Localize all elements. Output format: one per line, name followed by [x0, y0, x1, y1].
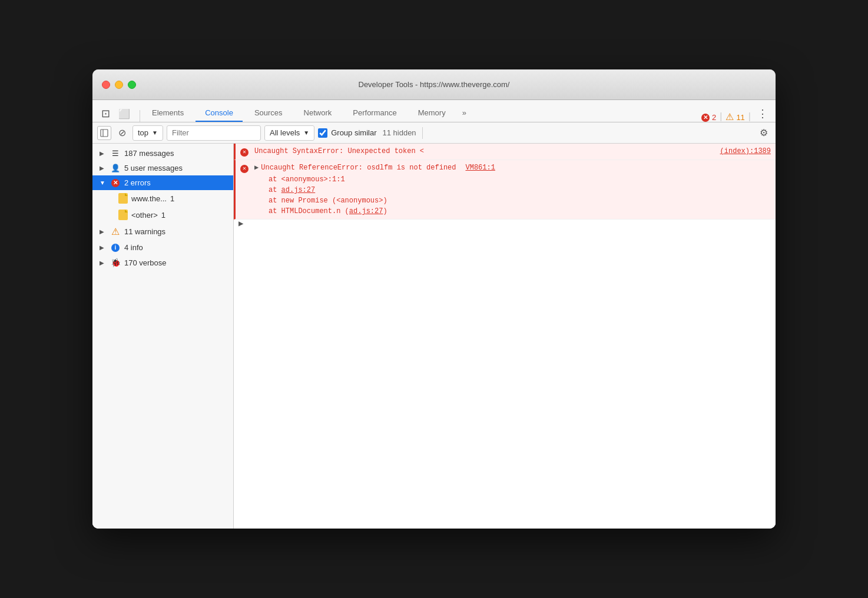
close-button[interactable] — [102, 81, 110, 89]
inspector-icon[interactable]: ⊡ — [97, 105, 114, 122]
sidebar-sub-item-other[interactable]: <other> 1 — [92, 207, 233, 223]
badge-divider2: | — [748, 111, 751, 122]
arrow-icon: ▶ — [100, 244, 107, 251]
title-bar: Developer Tools - https://www.theverge.c… — [92, 69, 776, 100]
user-icon: 👤 — [110, 164, 121, 172]
device-toolbar-icon[interactable]: ⬜ — [116, 105, 132, 122]
arrow-icon: ▶ — [100, 150, 107, 157]
group-similar-checkbox[interactable] — [318, 128, 327, 138]
error-icon: ✕ — [240, 165, 249, 173]
error-text: Uncaught ReferenceError: osdlfm is not d… — [261, 162, 456, 173]
tabs-container: Elements Console Sources Network Perform… — [143, 105, 701, 122]
context-selector[interactable]: top ▼ — [132, 125, 163, 141]
error-text: Uncaught SyntaxError: Unexpected token < — [254, 147, 424, 155]
list-icon: ☰ — [110, 149, 121, 158]
tab-network[interactable]: Network — [294, 105, 342, 122]
sidebar-item-all-messages[interactable]: ▶ ☰ 187 messages — [92, 146, 233, 161]
sidebar-item-user-messages[interactable]: ▶ 👤 5 user messages — [92, 161, 233, 175]
error-link[interactable]: VM861:1 — [466, 162, 495, 173]
context-dropdown-icon: ▼ — [152, 129, 158, 136]
warn-count: 11 — [736, 113, 744, 122]
stack-frame: at ad.js:27 — [259, 185, 771, 195]
stack-link[interactable]: ad.js:27 — [349, 207, 383, 215]
info-icon: i — [110, 244, 121, 252]
console-output: ✕ Uncaught SyntaxError: Unexpected token… — [234, 144, 776, 529]
bug-icon: 🐞 — [110, 258, 121, 267]
tab-bar: ⊡ ⬜ Elements Console Sources Network Per… — [92, 100, 776, 122]
tab-sources[interactable]: Sources — [245, 105, 292, 122]
error-message: Uncaught SyntaxError: Unexpected token <… — [254, 146, 771, 157]
sub-item-label: <other> — [131, 211, 158, 220]
context-value: top — [138, 128, 148, 137]
sidebar-label: 170 verbose — [124, 258, 226, 267]
more-tabs-button[interactable]: » — [458, 105, 471, 122]
hidden-count: 11 hidden — [382, 128, 416, 137]
error-message: ▶ Uncaught ReferenceError: osdlfm is not… — [254, 162, 771, 217]
sub-item-count: 1 — [161, 211, 165, 220]
sidebar: ▶ ☰ 187 messages ▶ 👤 5 user messages ▼ ✕… — [92, 144, 234, 529]
sidebar-label: 11 warnings — [124, 227, 226, 236]
main-content: ▶ ☰ 187 messages ▶ 👤 5 user messages ▼ ✕… — [92, 144, 776, 529]
svg-rect-0 — [101, 129, 108, 137]
sidebar-toggle-button[interactable] — [97, 126, 111, 140]
window-title: Developer Tools - https://www.theverge.c… — [359, 80, 510, 89]
filter-input[interactable] — [167, 125, 261, 141]
prompt-arrow-icon: ▶ — [238, 218, 243, 228]
maximize-button[interactable] — [128, 81, 136, 89]
console-toolbar: ⊘ top ▼ All levels ▼ Group similar 11 hi… — [92, 122, 776, 144]
error-entry-icon: ✕ — [240, 163, 249, 173]
sub-item-count: 1 — [170, 194, 174, 203]
error-icon: ✕ — [240, 148, 249, 157]
error-link[interactable]: (index):1389 — [720, 146, 771, 157]
group-similar-label: Group similar — [318, 128, 376, 138]
warn-badge: ⚠ 11 — [725, 112, 744, 122]
warn-triangle-icon: ⚠ — [725, 112, 734, 122]
minimize-button[interactable] — [115, 81, 123, 89]
console-prompt[interactable]: ▶ — [234, 220, 776, 227]
sidebar-label: 2 errors — [124, 178, 226, 187]
console-entry-reference-error: ✕ ▶ Uncaught ReferenceError: osdlfm is n… — [234, 160, 776, 220]
divider — [140, 110, 140, 122]
tab-memory[interactable]: Memory — [409, 105, 455, 122]
devtools-window: Developer Tools - https://www.theverge.c… — [92, 69, 776, 529]
stack-frame: at HTMLDocument.n (ad.js:27) — [259, 206, 771, 217]
stack-frame: at new Promise (<anonymous>) — [259, 195, 771, 206]
console-entry-syntax-error: ✕ Uncaught SyntaxError: Unexpected token… — [234, 144, 776, 160]
error-badge: ✕ 2 — [701, 113, 716, 122]
stack-frame: at <anonymous>:1:1 — [259, 174, 771, 185]
warning-icon: ⚠ — [110, 226, 121, 237]
sidebar-item-errors[interactable]: ▼ ✕ 2 errors — [92, 175, 233, 190]
tab-console[interactable]: Console — [196, 105, 243, 122]
error-entry-icon: ✕ — [240, 147, 249, 157]
sidebar-label: 5 user messages — [124, 164, 226, 172]
arrow-icon: ▶ — [100, 165, 107, 171]
error-count: 2 — [712, 113, 716, 122]
tab-performance[interactable]: Performance — [343, 105, 406, 122]
arrow-icon: ▼ — [100, 180, 107, 186]
sidebar-label: 4 info — [124, 243, 226, 252]
group-similar-text: Group similar — [331, 128, 376, 137]
error-circle-icon: ✕ — [701, 114, 710, 122]
sidebar-sub-item-www[interactable]: www.the... 1 — [92, 190, 233, 207]
toolbar-divider — [422, 127, 423, 139]
file-icon — [118, 210, 128, 220]
sidebar-item-info[interactable]: ▶ i 4 info — [92, 240, 233, 255]
sub-item-label: www.the... — [131, 194, 167, 203]
stack-link[interactable]: ad.js:27 — [281, 186, 316, 194]
sidebar-item-warnings[interactable]: ▶ ⚠ 11 warnings — [92, 223, 233, 240]
file-icon — [118, 193, 128, 204]
sidebar-item-verbose[interactable]: ▶ 🐞 170 verbose — [92, 255, 233, 270]
expand-icon[interactable]: ▶ — [254, 162, 259, 173]
log-level-selector[interactable]: All levels ▼ — [264, 125, 314, 141]
log-level-value: All levels — [270, 128, 300, 137]
error-circle-icon: ✕ — [111, 179, 120, 187]
sidebar-label: 187 messages — [124, 149, 226, 158]
more-options-button[interactable]: ⋮ — [754, 105, 771, 122]
log-level-dropdown-icon: ▼ — [303, 129, 309, 136]
settings-button[interactable]: ⚙ — [757, 126, 771, 140]
arrow-icon: ▶ — [100, 228, 107, 235]
tab-elements[interactable]: Elements — [143, 105, 193, 122]
clear-console-button[interactable]: ⊘ — [115, 126, 129, 140]
badge-divider: | — [720, 111, 722, 122]
error-icon: ✕ — [110, 179, 121, 187]
